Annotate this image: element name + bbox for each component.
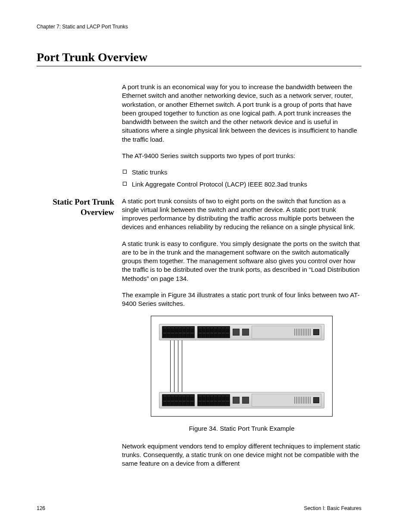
bullet-text: Link Aggregate Control Protocol (LACP) I…: [132, 180, 307, 189]
bullet-item: Static trunks: [122, 168, 361, 177]
section-para-3: The example in Figure 34 illustrates a s…: [122, 291, 361, 308]
trunk-links: [170, 340, 183, 392]
chapter-header: Chapter 7: Static and LACP Port Trunks: [37, 24, 361, 30]
side-heading-line2: Overview: [81, 208, 114, 217]
sfp-slot: [242, 397, 249, 404]
section-para-2: A static trunk is easy to configure. You…: [122, 240, 361, 283]
intro-para-2: The AT-9400 Series switch supports two t…: [122, 152, 361, 160]
port-block: [162, 394, 195, 406]
status-panel: [252, 326, 321, 339]
page-number: 126: [37, 505, 45, 511]
switch-top: [159, 324, 324, 340]
side-col: Static Port Trunk Overview: [37, 197, 114, 476]
side-heading: Static Port Trunk Overview: [37, 197, 114, 218]
section-label: Section I: Basic Features: [304, 505, 361, 511]
section-para-4: Network equipment vendors tend to employ…: [122, 442, 361, 468]
square-bullet-icon: [123, 170, 127, 174]
side-heading-line1: Static Port Trunk: [53, 197, 114, 206]
port-block: [197, 394, 230, 406]
sfp-slot: [233, 397, 240, 404]
led-array: [294, 397, 311, 404]
port-block: [197, 326, 230, 338]
figure-34: [151, 316, 333, 417]
figure-caption: Figure 34. Static Port Trunk Example: [122, 424, 361, 433]
section-block: Static Port Trunk Overview A static port…: [37, 197, 361, 476]
bullet-list: Static trunks Link Aggregate Control Pro…: [122, 168, 361, 189]
bullet-item: Link Aggregate Control Protocol (LACP) I…: [122, 180, 361, 189]
page-footer: 126 Section I: Basic Features: [37, 505, 361, 511]
intro-para-1: A port trunk is an economical way for yo…: [122, 83, 361, 144]
switch-bottom: [159, 392, 324, 408]
status-panel: [252, 394, 321, 407]
bullet-text: Static trunks: [132, 168, 168, 177]
section-para-1: A static port trunk consists of two to e…: [122, 197, 361, 232]
side-col-empty: [37, 83, 114, 197]
sfp-slot: [242, 329, 249, 336]
intro-body: A port trunk is an economical way for yo…: [122, 83, 361, 197]
page-title: Port Trunk Overview: [37, 50, 361, 66]
section-body: A static port trunk consists of two to e…: [122, 197, 361, 476]
port-block: [162, 326, 195, 338]
led-array: [294, 329, 311, 336]
page: Chapter 7: Static and LACP Port Trunks P…: [0, 0, 411, 532]
panel-module: [313, 329, 319, 335]
intro-block: A port trunk is an economical way for yo…: [37, 83, 361, 197]
sfp-slot: [233, 329, 240, 336]
square-bullet-icon: [123, 182, 127, 186]
panel-module: [313, 397, 319, 403]
